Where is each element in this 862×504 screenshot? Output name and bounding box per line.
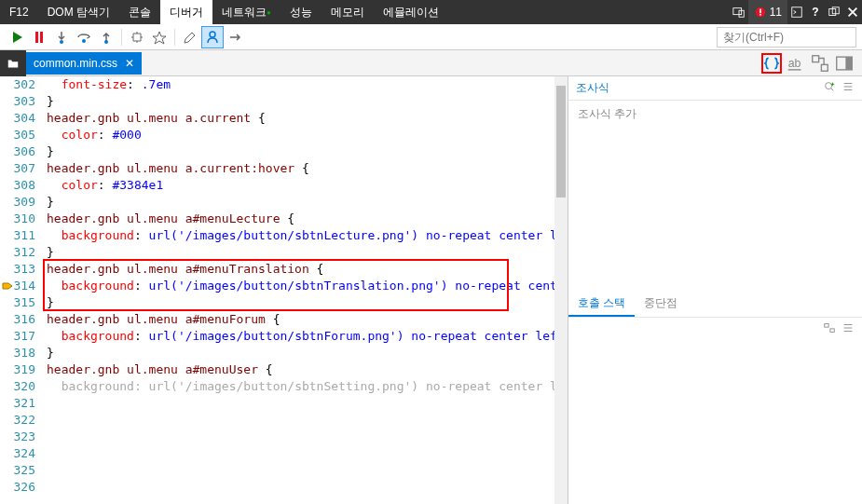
line-number[interactable]: 312 <box>0 244 35 261</box>
add-watch-row[interactable]: 조사식 추가 <box>568 101 862 128</box>
line-number[interactable]: 322 <box>0 412 35 429</box>
error-badge[interactable]: 11 <box>748 0 787 24</box>
line-number[interactable]: 311 <box>0 227 35 244</box>
svg-rect-3 <box>759 9 761 13</box>
device-icon[interactable] <box>730 0 748 24</box>
line-number[interactable]: 325 <box>0 462 35 479</box>
line-number[interactable]: 307 <box>0 160 35 177</box>
side-panel: 조사식 조사식 추가 호출 스택 중단점 <box>568 76 862 504</box>
search-box <box>717 27 856 48</box>
top-tab-0[interactable]: DOM 탐색기 <box>38 0 119 24</box>
pause-button[interactable] <box>28 26 50 48</box>
f12-label: F12 <box>0 0 38 24</box>
code-line: header.gnb ul.menu a#menuLecture { <box>47 211 554 227</box>
console-icon[interactable] <box>787 0 806 24</box>
line-number[interactable]: 321 <box>0 395 35 412</box>
line-number[interactable]: 319 <box>0 361 35 378</box>
line-number[interactable]: 320 <box>0 378 35 395</box>
code-line: color: #000 <box>47 127 554 143</box>
devtools-topbar: F12 DOM 탐색기콘솔디버거네트워크 ●성능메모리에뮬레이션 11 ? <box>0 0 862 24</box>
svg-rect-17 <box>821 64 828 71</box>
line-number[interactable]: 313 <box>0 261 35 278</box>
svg-rect-8 <box>35 32 38 43</box>
svg-rect-4 <box>759 14 761 16</box>
code-line: color: #3384e1 <box>47 177 554 194</box>
svg-rect-16 <box>813 55 819 61</box>
break-new-worker-button[interactable] <box>126 26 148 48</box>
code-line: background: url('/images/button/sbtnForu… <box>47 328 554 345</box>
line-number[interactable]: 306 <box>0 143 35 160</box>
help-icon[interactable]: ? <box>806 0 825 24</box>
top-tab-4[interactable]: 성능 <box>280 0 322 24</box>
callstack-tab[interactable]: 호출 스택 <box>568 292 635 317</box>
line-number[interactable]: 323 <box>0 429 35 445</box>
pretty-print-button[interactable] <box>761 53 782 74</box>
watch-panel-header: 조사식 <box>568 76 862 101</box>
svg-rect-0 <box>733 8 742 15</box>
continue-button[interactable] <box>6 26 28 48</box>
just-my-code-button[interactable] <box>201 26 224 48</box>
top-tab-1[interactable]: 콘솔 <box>119 0 160 24</box>
line-number[interactable]: 324 <box>0 445 35 462</box>
line-number[interactable]: 326 <box>0 479 35 496</box>
code-line: header.gnb ul.menu a#menuUser { <box>47 361 554 378</box>
line-number[interactable]: 316 <box>0 311 35 328</box>
toggle-panel-button[interactable] <box>834 53 855 74</box>
svg-point-14 <box>210 32 215 37</box>
add-watch-icon[interactable] <box>823 80 836 96</box>
source-map-button[interactable] <box>810 53 830 74</box>
breakpoint-toggle-button[interactable] <box>179 26 201 48</box>
error-count: 11 <box>770 6 782 19</box>
file-tab-label: common.min.css <box>34 57 117 70</box>
code-line: } <box>47 143 554 160</box>
async-button[interactable] <box>224 26 246 48</box>
svg-marker-13 <box>153 32 166 44</box>
line-number[interactable]: 310 <box>0 211 35 227</box>
exception-button[interactable] <box>148 26 171 48</box>
code-editor[interactable]: 3023033043053063073083093103113123133143… <box>0 76 568 504</box>
svg-text:ab: ab <box>788 57 801 70</box>
line-number[interactable]: 309 <box>0 194 35 211</box>
code-line: font-size: .7em <box>47 76 554 93</box>
collapse-watch-icon[interactable] <box>841 80 855 96</box>
undock-icon[interactable] <box>825 0 843 24</box>
step-into-button[interactable] <box>50 26 73 48</box>
file-picker-button[interactable] <box>0 50 26 76</box>
word-wrap-button[interactable]: ab <box>786 53 806 74</box>
svg-point-12 <box>104 40 108 44</box>
file-tab[interactable]: common.min.css ✕ <box>26 52 142 75</box>
tab-close-icon[interactable]: ✕ <box>125 57 134 70</box>
callstack-icon-2[interactable] <box>841 321 855 337</box>
line-number[interactable]: 304 <box>0 110 35 127</box>
top-tab-6[interactable]: 에뮬레이션 <box>374 0 448 24</box>
svg-rect-5 <box>792 7 802 18</box>
breakpoints-tab[interactable]: 중단점 <box>635 292 687 317</box>
code-line: background: url('/images/button/sbtnLect… <box>47 227 554 244</box>
bottom-panel-tabs: 호출 스택 중단점 <box>568 292 862 318</box>
svg-point-10 <box>60 40 63 44</box>
line-number[interactable]: 317 <box>0 328 35 345</box>
callstack-icon-1[interactable] <box>823 321 836 337</box>
top-tab-3[interactable]: 네트워크 ● <box>212 0 280 24</box>
top-tab-5[interactable]: 메모리 <box>322 0 374 24</box>
line-number[interactable]: 303 <box>0 93 35 110</box>
vertical-scrollbar[interactable] <box>554 76 568 504</box>
close-icon[interactable] <box>843 0 862 24</box>
line-number[interactable]: 318 <box>0 345 35 361</box>
main-area: 3023033043053063073083093103113123133143… <box>0 76 862 504</box>
line-number[interactable]: 305 <box>0 127 35 143</box>
svg-rect-9 <box>40 32 43 43</box>
scrollbar-thumb[interactable] <box>556 86 566 198</box>
search-input[interactable] <box>717 27 856 48</box>
debug-toolbar <box>0 24 862 50</box>
svg-rect-21 <box>825 323 828 327</box>
line-number[interactable]: 315 <box>0 294 35 311</box>
step-over-button[interactable] <box>73 26 95 48</box>
step-out-button[interactable] <box>95 26 117 48</box>
top-tab-2[interactable]: 디버거 <box>160 0 212 24</box>
current-line-marker <box>2 278 17 294</box>
line-number[interactable]: 308 <box>0 177 35 194</box>
callstack-panel-body <box>568 341 862 505</box>
code-content: font-size: .7em}header.gnb ul.menu a.cur… <box>47 76 554 395</box>
line-number[interactable]: 302 <box>0 76 35 93</box>
